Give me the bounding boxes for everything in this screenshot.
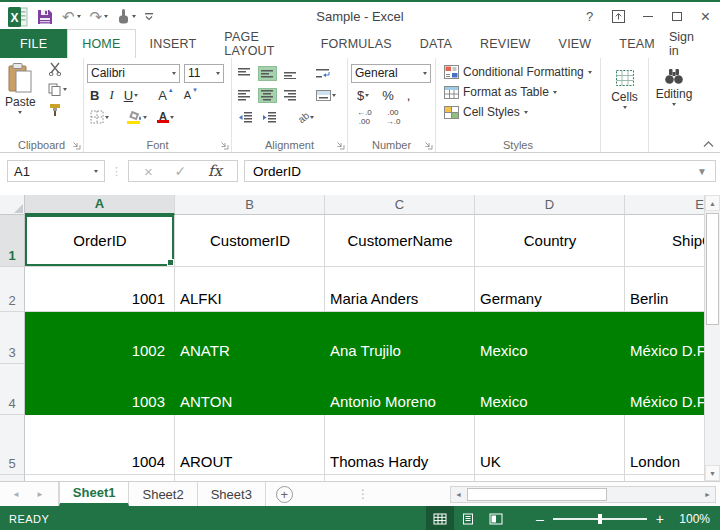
cell-e5[interactable]: London [625,415,704,475]
orientation-button[interactable]: ab [295,110,317,125]
decrease-decimal-button[interactable]: .00→.0 [383,107,404,128]
cell-e4[interactable]: México D.F. [625,364,704,415]
ribbon-tab-data[interactable]: DATA [406,29,466,58]
font-size-select[interactable]: 11 [184,64,224,83]
zoom-slider-track[interactable] [553,518,647,520]
number-dialog-launcher-icon[interactable] [424,141,433,150]
fill-color-button[interactable] [124,109,150,126]
zoom-in-icon[interactable]: + [656,511,664,527]
underline-dropdown-icon[interactable] [134,94,138,97]
cell-b3[interactable]: ANATR [175,312,325,364]
scroll-right-icon[interactable]: ► [700,487,715,502]
cell-e1[interactable]: ShipCity [625,215,704,267]
cell-styles-button[interactable]: Cell Styles [442,102,597,122]
sheet-nav-left-icon[interactable]: ◄ [12,490,20,499]
redo-dropdown-icon[interactable] [104,15,108,18]
horizontal-scrollbar[interactable]: ◄ ► [450,486,716,503]
currency-dropdown-icon[interactable] [365,94,369,97]
excel-logo-icon[interactable]: X [8,7,28,27]
decrease-indent-button[interactable] [235,110,255,125]
scroll-left-icon[interactable]: ◄ [451,487,466,502]
underline-button[interactable]: U [121,86,141,105]
cell-a5[interactable]: 1004 [25,415,175,475]
help-button[interactable]: ? [575,5,604,28]
cell-b1[interactable]: CustomerID [175,215,325,267]
cell-e2[interactable]: Berlin [625,267,704,312]
merge-dropdown-icon[interactable] [332,94,336,97]
select-all-corner[interactable] [0,195,25,215]
editing-button[interactable]: Editing [652,62,696,106]
add-sheet-button[interactable]: + [276,486,293,503]
vertical-scrollbar[interactable]: ▲ ▼ [704,195,720,481]
clipboard-dialog-launcher-icon[interactable] [72,141,81,150]
number-format-select[interactable]: General [351,64,431,83]
scroll-up-icon[interactable]: ▲ [705,195,720,211]
shrink-font-button[interactable]: A▼ [181,87,201,103]
column-header-a[interactable]: A [25,195,175,215]
cell-c1[interactable]: CustomerName [325,215,475,267]
column-header-d[interactable]: D [475,195,625,215]
currency-button[interactable]: $ [354,86,372,105]
redo-button[interactable]: ↷ [90,9,109,24]
cancel-icon[interactable]: × [144,163,153,180]
middle-align-button[interactable] [258,66,277,81]
top-align-button[interactable] [235,66,254,81]
cell-c2[interactable]: Maria Anders [325,267,475,312]
cells-button[interactable]: Cells [604,62,645,109]
touch-mode-button[interactable] [117,9,136,24]
selection-fill-handle[interactable] [167,259,174,266]
grow-font-button[interactable]: A▲ [155,86,177,105]
undo-button[interactable]: ↶ [62,9,81,24]
cell-b5[interactable]: AROUT [175,415,325,475]
cell-b4[interactable]: ANTON [175,364,325,415]
font-name-select[interactable]: Calibri [87,64,180,83]
cell-c3[interactable]: Ana Trujilo [325,312,475,364]
normal-view-button[interactable] [426,506,454,530]
ribbon-tab-review[interactable]: REVIEW [466,29,545,58]
format-as-table-button[interactable]: Format as Table [442,82,597,102]
row-header-1[interactable]: 1 [0,215,25,267]
align-center-button[interactable] [258,88,277,103]
zoom-slider-thumb[interactable] [598,514,602,524]
cell-c4[interactable]: Antonio Moreno [325,364,475,415]
align-right-button[interactable] [281,88,300,103]
column-header-e[interactable]: E [625,195,704,215]
paste-dropdown-icon[interactable] [18,111,22,114]
column-header-b[interactable]: B [175,195,325,215]
cell-d4[interactable]: Mexico [475,364,625,415]
sheet-tab-sheet1[interactable]: Sheet1 [59,482,130,506]
save-icon[interactable] [37,9,53,25]
cell-b2[interactable]: ALFKI [175,267,325,312]
ribbon-tab-home[interactable]: HOME [67,29,135,58]
name-box[interactable]: A1 [7,160,105,182]
cell-a2[interactable]: 1001 [25,267,175,312]
touch-mode-dropdown-icon[interactable] [132,15,136,18]
alignment-dialog-launcher-icon[interactable] [336,141,345,150]
vertical-scrollbar-thumb[interactable] [706,213,719,325]
bold-button[interactable]: B [87,86,102,105]
paste-button[interactable]: Paste [5,63,36,114]
ribbon-tab-view[interactable]: VIEW [545,29,606,58]
cell-d3[interactable]: Mexico [475,312,625,364]
format-painter-button[interactable] [48,103,67,117]
formula-input[interactable]: OrderID▼ [244,160,716,182]
copy-button[interactable] [48,83,67,96]
undo-dropdown-icon[interactable] [77,15,81,18]
ribbon-tab-insert[interactable]: INSERT [136,29,211,58]
bottom-align-button[interactable] [281,66,300,81]
cell-a4[interactable]: 1003 [25,364,175,415]
sign-in-link[interactable]: Sign in [669,29,720,58]
cell-a1[interactable]: OrderID [25,215,175,267]
align-left-button[interactable] [235,88,254,103]
cell-d1[interactable]: Country [475,215,625,267]
cell-d2[interactable]: Germany [475,267,625,312]
wrap-text-button[interactable] [313,66,334,81]
zoom-out-icon[interactable]: – [536,511,544,527]
minimize-button[interactable] [633,5,662,28]
page-layout-view-button[interactable] [454,506,482,530]
cell-d5[interactable]: UK [475,415,625,475]
cell-c5[interactable]: Thomas Hardy [325,415,475,475]
formula-bar-resize-dots-icon[interactable]: ⋮ [111,165,122,178]
cell-e3[interactable]: México D.F. [625,312,704,364]
row-header-2[interactable]: 2 [0,267,25,312]
